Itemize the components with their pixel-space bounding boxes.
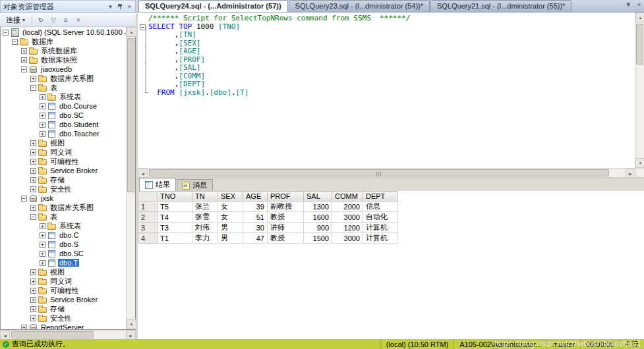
window-menu-icon[interactable]: ▾ <box>107 3 113 10</box>
expand-icon[interactable]: + <box>40 242 45 248</box>
explorer-horizontal-scrollbar[interactable]: ◀ ▶ <box>0 330 136 339</box>
results-cell[interactable]: 副教授 <box>268 201 304 212</box>
results-cell[interactable]: 信息 <box>363 201 398 212</box>
tree-item[interactable]: +可编程性 <box>1 157 126 166</box>
results-cell[interactable]: T1 <box>158 233 192 244</box>
tree-item[interactable]: +同义词 <box>1 148 126 157</box>
results-column-header[interactable]: TNO <box>158 192 192 201</box>
tree-item[interactable]: +系统表 <box>1 221 126 230</box>
results-column-header[interactable]: SEX <box>218 192 243 201</box>
expand-icon[interactable]: + <box>30 297 36 303</box>
scrollbar-track[interactable] <box>148 169 626 177</box>
editor-vertical-scrollbar[interactable]: ▲ ▼ <box>635 13 644 168</box>
results-cell[interactable]: 张雪 <box>192 212 218 223</box>
results-cell[interactable]: 900 <box>304 223 332 233</box>
results-cell[interactable]: 女 <box>218 212 243 223</box>
tree-item[interactable]: +可编程性 <box>1 286 126 295</box>
tab-results[interactable]: 结果 <box>139 178 176 191</box>
results-row[interactable]: 2T4张雪女51教授16003000自动化 <box>138 212 398 223</box>
tree-item[interactable]: +dbo.Teacher <box>1 129 126 138</box>
scroll-up-icon[interactable]: ▲ <box>127 27 136 37</box>
collapse-icon[interactable]: − <box>21 196 27 201</box>
scrollbar-thumb[interactable] <box>11 331 94 338</box>
results-column-header[interactable]: COMM <box>332 192 363 201</box>
collapse-icon[interactable]: − <box>21 67 27 72</box>
close-icon[interactable]: × <box>127 3 132 10</box>
results-cell[interactable]: 计算机 <box>363 233 398 244</box>
expand-icon[interactable]: + <box>30 76 36 82</box>
tree-item[interactable]: −表 <box>1 83 126 92</box>
expand-icon[interactable]: + <box>40 94 45 100</box>
tree-item[interactable]: −数据库 <box>1 37 126 46</box>
tree-item[interactable]: +视图 <box>1 267 126 277</box>
results-cell[interactable]: 1600 <box>304 212 332 223</box>
expand-icon[interactable]: + <box>30 315 36 321</box>
results-cell[interactable]: 刘伟 <box>192 223 218 233</box>
tree-item[interactable]: +dbo.T <box>1 258 126 267</box>
expand-icon[interactable]: + <box>21 57 27 63</box>
document-tab[interactable]: SQLQuery21.sql - (l...dministrator (55))… <box>430 0 571 12</box>
tree-item[interactable]: +dbo.C <box>1 230 126 240</box>
tree-item[interactable]: +数据库快照 <box>1 55 126 65</box>
results-cell[interactable]: 47 <box>243 233 268 244</box>
stop-icon[interactable]: × <box>73 14 84 25</box>
expand-icon[interactable]: + <box>30 168 36 174</box>
tree-item[interactable]: +系统数据库 <box>1 46 126 55</box>
expand-icon[interactable]: + <box>40 103 45 109</box>
tree-item[interactable]: −表 <box>1 212 126 221</box>
tree-item[interactable]: +系统表 <box>1 92 126 101</box>
expand-icon[interactable]: + <box>30 288 36 294</box>
scrollbar-track[interactable] <box>10 331 126 339</box>
tree-item[interactable]: −(local) (SQL Server 10.50.1600 - A105-0… <box>1 28 126 37</box>
scrollbar-track[interactable] <box>127 37 135 319</box>
document-tab[interactable]: SQLQuery24.sql - (...Administrator (57)) <box>138 0 288 12</box>
tree-item[interactable]: +存储 <box>1 175 126 184</box>
active-files-dropdown-icon[interactable]: ▼ <box>624 1 633 8</box>
pin-icon[interactable] <box>116 3 124 11</box>
expand-icon[interactable]: + <box>30 306 36 312</box>
results-cell[interactable]: T3 <box>158 223 192 233</box>
scrollbar-thumb[interactable] <box>127 38 134 192</box>
select-all-corner[interactable] <box>138 192 158 201</box>
expand-icon[interactable]: + <box>40 232 45 238</box>
results-row[interactable]: 4T1李力男47教授15003000计算机 <box>138 233 398 244</box>
tree-item[interactable]: +安全性 <box>1 313 126 323</box>
editor-horizontal-scrollbar[interactable]: ◀ ▶ <box>138 168 644 177</box>
results-row[interactable]: 1T5张兰女39副教授13002000信息 <box>138 201 398 212</box>
results-cell[interactable]: 自动化 <box>363 212 398 223</box>
results-column-header[interactable]: TN <box>192 192 218 201</box>
row-number[interactable]: 2 <box>138 212 158 223</box>
results-cell[interactable]: 张兰 <box>192 201 218 212</box>
tree-item[interactable]: +视图 <box>1 138 126 148</box>
results-column-header[interactable]: DEPT <box>363 192 398 201</box>
results-cell[interactable]: 1500 <box>304 233 332 244</box>
expand-icon[interactable]: + <box>21 48 27 54</box>
scrollbar-thumb[interactable] <box>149 169 609 176</box>
document-tab[interactable]: SQLQuery23.sql - (l...dministrator (54))… <box>289 0 430 12</box>
row-number[interactable]: 4 <box>138 233 158 244</box>
results-row[interactable]: 3T3刘伟男30讲师9001200计算机 <box>138 223 398 233</box>
expand-icon[interactable]: + <box>40 223 45 229</box>
expand-icon[interactable]: + <box>40 113 45 119</box>
view-list-icon[interactable]: ≡ <box>61 14 71 25</box>
tree-item[interactable]: +同义词 <box>1 277 126 286</box>
results-cell[interactable]: 教授 <box>268 233 304 244</box>
results-cell[interactable]: 2000 <box>332 201 363 212</box>
connect-button[interactable]: 连接 ▾ <box>3 14 28 26</box>
results-column-header[interactable]: PROF <box>268 192 304 201</box>
expand-icon[interactable]: + <box>30 279 36 284</box>
expand-icon[interactable]: + <box>30 186 36 192</box>
results-cell[interactable]: 女 <box>218 201 243 212</box>
expand-icon[interactable]: + <box>30 149 36 155</box>
expand-icon[interactable]: + <box>21 325 27 330</box>
scrollbar-track[interactable] <box>635 22 644 158</box>
expand-icon[interactable]: + <box>30 159 36 165</box>
sql-editor[interactable]: /****** Script for SelectTopNRows comman… <box>138 13 644 168</box>
row-number[interactable]: 3 <box>138 223 158 233</box>
results-cell[interactable]: 男 <box>218 223 243 233</box>
results-cell[interactable]: 教授 <box>268 212 304 223</box>
results-cell[interactable]: 3000 <box>332 233 363 244</box>
results-cell[interactable]: T4 <box>158 212 192 223</box>
tree-item[interactable]: +Service Broker <box>1 166 126 175</box>
collapse-icon[interactable]: − <box>3 30 9 36</box>
